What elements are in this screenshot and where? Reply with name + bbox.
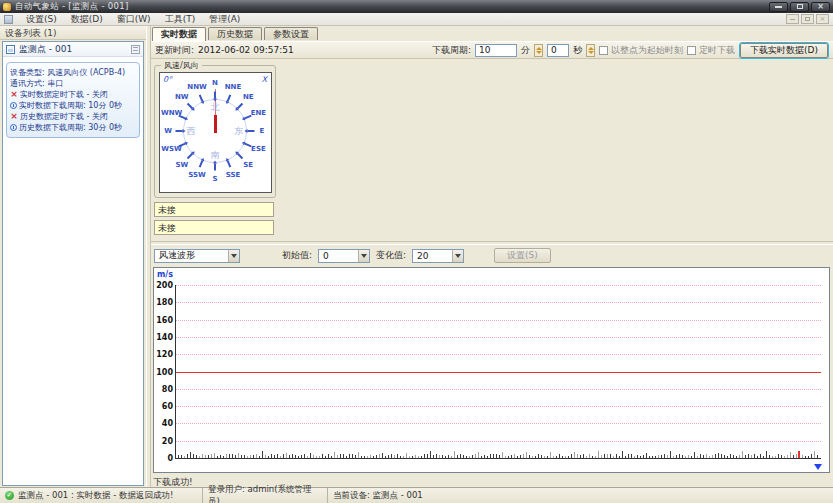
device-info-text: 实时数据定时下载 - 关闭 xyxy=(20,89,108,100)
x-axis-minor-tick xyxy=(805,456,806,458)
x-axis-minor-tick xyxy=(499,455,500,458)
compass-tick-icon xyxy=(245,143,252,148)
x-axis-minor-tick xyxy=(502,452,503,458)
x-axis-minor-tick xyxy=(814,451,815,458)
x-axis-minor-tick xyxy=(559,454,560,458)
horizontal-splitter[interactable] xyxy=(151,241,833,245)
minimize-icon[interactable] xyxy=(769,2,788,12)
maximize-icon[interactable] xyxy=(790,2,809,12)
checkbox-icon[interactable] xyxy=(599,46,608,55)
close-icon[interactable]: × xyxy=(811,2,830,12)
x-axis-minor-tick xyxy=(283,454,284,458)
waveform-select[interactable]: 风速波形 xyxy=(154,249,240,263)
menu-manage[interactable]: 管理(A) xyxy=(202,13,247,26)
x-axis-minor-tick xyxy=(442,455,443,458)
wind-direction-readout: 未接 xyxy=(154,220,274,235)
x-axis-minor-tick xyxy=(688,455,689,458)
device-info-text: 通讯方式: 串口 xyxy=(10,78,63,89)
x-axis-minor-tick xyxy=(535,456,536,458)
chevron-down-icon[interactable] xyxy=(228,250,239,262)
device-info-text: 历史数据下载周期: 30分 0秒 xyxy=(19,122,122,133)
seconds-input[interactable]: 0 xyxy=(547,44,569,57)
compass-tick-icon xyxy=(199,161,204,168)
y-axis-tick-label: 80 xyxy=(162,385,173,394)
x-axis-minor-tick xyxy=(496,454,497,458)
initial-value-select[interactable]: 0 xyxy=(318,249,370,263)
status-user-cell: 登录用户: admin(系统管理员) xyxy=(203,488,328,503)
x-axis-minor-tick xyxy=(457,455,458,458)
y-axis-tick-label: 200 xyxy=(156,281,173,290)
x-axis-minor-tick xyxy=(514,454,515,458)
x-axis-minor-tick xyxy=(712,455,713,458)
chevron-down-icon[interactable] xyxy=(452,250,463,262)
mdi-minimize-icon[interactable] xyxy=(786,14,799,24)
settings-button[interactable]: 设置(S) xyxy=(494,248,551,263)
compass-cardinal-north: 北 xyxy=(211,101,220,114)
mdi-window-controls: × xyxy=(786,14,829,24)
mdi-close-icon[interactable]: × xyxy=(816,14,829,24)
menu-settings[interactable]: 设置(S) xyxy=(19,13,64,26)
x-axis-minor-tick xyxy=(598,451,599,458)
menu-tools[interactable]: 工具(T) xyxy=(158,13,203,26)
timed-download-checkbox[interactable]: 定时下载 xyxy=(687,44,735,57)
x-axis-minor-tick xyxy=(397,454,398,458)
menu-window[interactable]: 窗口(W) xyxy=(110,13,158,26)
x-axis-minor-tick xyxy=(193,454,194,458)
minutes-spinner[interactable] xyxy=(534,44,543,57)
x-axis-minor-tick xyxy=(673,456,674,458)
x-axis-minor-tick xyxy=(715,454,716,458)
x-axis-minor-tick xyxy=(307,456,308,458)
tab-实时数据[interactable]: 实时数据 xyxy=(152,27,206,41)
chart-unit-label: m/s xyxy=(157,270,173,279)
x-axis-minor-tick xyxy=(595,456,596,458)
compass-tick-icon xyxy=(214,164,216,171)
x-axis-minor-tick xyxy=(565,456,566,458)
x-axis-minor-tick xyxy=(274,455,275,458)
device-tree-item[interactable]: 监测点 - 001 xyxy=(3,42,143,57)
x-axis-minor-tick xyxy=(766,451,767,458)
change-value-select[interactable]: 20 xyxy=(412,249,464,263)
y-axis-tick-label: 140 xyxy=(156,333,173,342)
x-axis-minor-tick xyxy=(268,456,269,458)
x-axis-minor-tick xyxy=(619,456,620,458)
tab-参数设置[interactable]: 参数设置 xyxy=(264,27,318,40)
compass-direction-label: SSE xyxy=(226,171,241,179)
clock-icon xyxy=(10,102,17,109)
x-axis-minor-tick xyxy=(232,454,233,458)
minutes-input[interactable]: 10 xyxy=(475,44,517,57)
initial-value-label: 初始值: xyxy=(282,249,312,262)
x-axis-minor-tick xyxy=(592,456,593,458)
x-axis-minor-tick xyxy=(346,456,347,458)
x-axis-minor-tick xyxy=(334,452,335,458)
gridline xyxy=(176,337,821,338)
x-axis-minor-tick xyxy=(721,454,722,458)
x-axis-minor-tick xyxy=(424,454,425,458)
application-window: 自动气象站 - [监测点 - 001] × 设置(S) 数据(D) 窗口(W) … xyxy=(0,0,833,503)
x-axis-minor-tick xyxy=(550,452,551,458)
chart-cursor-icon[interactable] xyxy=(814,464,822,470)
current-device: 当前设备: 监测点 - 001 xyxy=(333,490,423,502)
x-axis-minor-tick xyxy=(604,454,605,458)
mdi-restore-icon[interactable] xyxy=(801,14,814,24)
x-axis-minor-tick xyxy=(577,454,578,458)
x-axis-minor-tick xyxy=(724,455,725,458)
x-axis-minor-tick xyxy=(181,455,182,458)
x-axis-minor-tick xyxy=(520,455,521,458)
compass-direction-label: NE xyxy=(243,93,254,101)
expander-icon[interactable] xyxy=(131,45,140,54)
chevron-down-icon[interactable] xyxy=(358,250,369,262)
x-axis-minor-tick xyxy=(568,456,569,458)
menu-data[interactable]: 数据(D) xyxy=(64,13,110,26)
hour-start-checkbox[interactable]: 以整点为起始时刻 xyxy=(599,44,683,57)
chart-plot: 020406080100120140160180200 xyxy=(175,285,821,459)
tab-历史数据[interactable]: 历史数据 xyxy=(208,27,262,40)
gridline xyxy=(176,302,821,303)
x-axis-minor-tick xyxy=(445,456,446,458)
download-realtime-button[interactable]: 下载实时数据(D) xyxy=(739,42,829,59)
compass-tick-icon xyxy=(186,102,192,108)
checkbox-icon[interactable] xyxy=(687,46,696,55)
x-axis-minor-tick xyxy=(676,455,677,458)
title-bar[interactable]: 自动气象站 - [监测点 - 001] × xyxy=(0,0,833,13)
seconds-spinner[interactable] xyxy=(586,44,595,57)
x-axis-minor-tick xyxy=(262,451,263,458)
